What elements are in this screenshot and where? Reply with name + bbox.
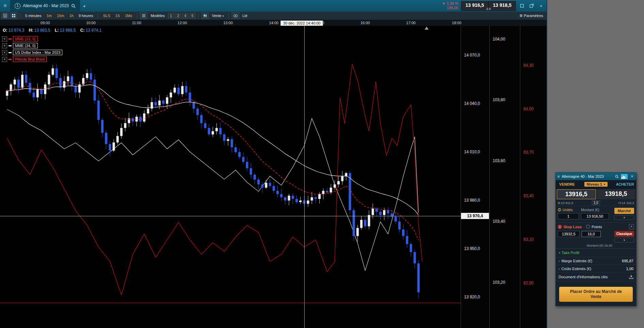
download-icon[interactable]: [629, 275, 633, 279]
instrument-tab[interactable]: 1 Allemagne 40 - Mar 2023: [10, 0, 80, 12]
axis-tick: 82,80: [523, 281, 534, 285]
order-book-icon[interactable]: [1, 12, 9, 19]
session-high: H:14 116,2: [618, 201, 634, 205]
tf-1h-button[interactable]: 1h: [67, 13, 75, 18]
remove-indicator-icon[interactable]: ×: [2, 50, 7, 55]
link-eye-icon[interactable]: [232, 12, 239, 19]
level-dropdown[interactable]: Niveau 1▾: [584, 182, 608, 187]
indicator-color-swatch: [9, 45, 12, 46]
axis-tick: 104,00: [493, 37, 505, 42]
maximize-icon[interactable]: [519, 3, 525, 9]
remove-stop-loss-icon[interactable]: ×: [629, 224, 634, 229]
popout-window-icon[interactable]: [528, 3, 535, 9]
indicator-color-swatch: [9, 38, 12, 40]
legend-chip-mme13: × MME (13, 0): [2, 36, 62, 42]
time-axis-label: 16:00: [358, 21, 372, 25]
lie-button[interactable]: Lié: [240, 13, 249, 18]
price-axis-usd-index[interactable]: 104,00103,80103,60103,40103,20: [489, 26, 520, 328]
price-change-pct: ▼ 1,34 %: [442, 1, 458, 6]
axis-tick: 13 980,0: [464, 198, 480, 203]
search-icon[interactable]: [71, 4, 76, 8]
tf-1m-button[interactable]: 1m: [45, 13, 54, 18]
axis-tick: 83,70: [523, 150, 534, 155]
layout-grid-icon[interactable]: [10, 12, 17, 19]
ohlc-high: 13 983,5: [34, 28, 50, 33]
templates-icon[interactable]: [140, 12, 148, 19]
add-tab-button[interactable]: +: [80, 3, 89, 9]
price-display-icon[interactable]: [201, 12, 209, 19]
axis-tick: 13 950,0: [464, 246, 480, 251]
quantity-input[interactable]: [558, 213, 579, 219]
remove-indicator-icon[interactable]: ×: [2, 43, 7, 48]
amount-input[interactable]: [581, 213, 609, 219]
order-type-marche-button[interactable]: Marché: [614, 208, 634, 214]
chart-window: ≡ 1 Allemagne 40 - Mar 2023 + ▼ 1,34 % 1…: [0, 0, 547, 328]
sell-price-button[interactable]: 13 916,5: [461, 1, 489, 11]
stop-points-input[interactable]: [582, 231, 601, 237]
close-icon[interactable]: ×: [538, 3, 545, 9]
templates-dropdown[interactable]: Modèles: [149, 13, 167, 18]
order-ticket-panel: ≡ Allemagne 40 - Mar 2023 × VENDRE Nivea…: [555, 172, 637, 306]
layout-4-button[interactable]: 4: [182, 13, 188, 18]
ohlc-low: 13 968,5: [60, 28, 76, 33]
axis-tick: 84,30: [523, 63, 534, 68]
axis-tick: 83,40: [523, 193, 534, 198]
range-dropdown[interactable]: 9 heures: [77, 13, 95, 18]
add-take-profit-button[interactable]: + Take Profit: [556, 249, 636, 257]
layout-1-button[interactable]: 1: [168, 13, 174, 18]
units-toggle[interactable]: Unités: [558, 208, 579, 212]
time-axis-label: 13:00: [221, 21, 235, 25]
open-chart-icon[interactable]: [621, 174, 628, 179]
price-chart[interactable]: [0, 26, 461, 328]
axis-tick: 14 070,0: [464, 53, 480, 58]
kid-document-row[interactable]: Document d'Informations clés: [556, 273, 636, 281]
points-radio[interactable]: [586, 225, 590, 229]
order-type-dropdown[interactable]: ▾: [614, 215, 634, 220]
vente-dropdown[interactable]: Vente▾: [210, 13, 226, 18]
range-1mo-button[interactable]: 1Mo: [123, 13, 134, 18]
range-sls-button[interactable]: SLS: [101, 13, 112, 18]
costs-row[interactable]: ›Coûts Estimés (€) 1,00: [556, 265, 636, 273]
search-icon[interactable]: [615, 175, 619, 178]
place-order-button[interactable]: Placer Ordre au Marché de Vente: [559, 287, 633, 302]
range-1s-button[interactable]: 1S: [113, 13, 122, 18]
top-bar: ≡ 1 Allemagne 40 - Mar 2023 + ▼ 1,34 % 1…: [0, 0, 547, 12]
layout-5-button[interactable]: 5: [189, 13, 196, 18]
stop-level-input[interactable]: [558, 231, 580, 237]
order-panel-titlebar: ≡ Allemagne 40 - Mar 2023 ×: [556, 173, 636, 180]
ohlc-open: 13 974,3: [9, 28, 25, 33]
remove-indicator-icon[interactable]: ×: [2, 57, 7, 62]
indicator-legend: × MME (13, 0) × MME (34, 0) × US Dollar …: [2, 36, 62, 62]
menu-icon[interactable]: ≡: [557, 174, 559, 178]
chevron-right-icon: ›: [558, 259, 560, 263]
buy-price-button[interactable]: 13 918,5: [489, 1, 516, 11]
indicator-color-swatch: [9, 59, 12, 60]
price-change: ▼ 1,34 % 189,05: [442, 1, 458, 10]
parametres-button[interactable]: ⚙ Paramètres: [517, 13, 545, 18]
time-axis-label: 14:00: [267, 21, 280, 25]
current-price-line: [0, 303, 461, 303]
tf-15m-button[interactable]: 15m: [55, 13, 66, 18]
amount-toggle[interactable]: Montant (€): [581, 208, 609, 212]
tab-acheter[interactable]: ACHETER: [614, 182, 636, 186]
axis-tick: 103,40: [493, 219, 505, 224]
sell-price-button[interactable]: 13916,5: [557, 189, 596, 199]
close-icon[interactable]: ×: [630, 174, 634, 179]
stop-loss-label: Stop Loss: [564, 225, 582, 229]
stop-type-dropdown[interactable]: ▾: [614, 238, 634, 243]
remove-indicator-icon[interactable]: ×: [2, 36, 7, 42]
buy-price-button[interactable]: 13918,5: [597, 189, 635, 199]
stop-type-classique-button[interactable]: Classique: [614, 231, 634, 237]
spread-value: 2,0: [592, 201, 600, 205]
ohlc-close: 13 974,1: [86, 28, 102, 33]
price-axis-brent[interactable]: 84,3084,0083,7083,4083,1082,80: [520, 26, 546, 328]
instrument-number-icon: 1: [15, 3, 20, 9]
axis-tick: 14 010,0: [464, 150, 480, 154]
timeframe-dropdown[interactable]: 5 minutes: [23, 13, 44, 18]
margin-row[interactable]: ›Marge Estimée (€) 695,87: [556, 257, 636, 265]
tab-vendre[interactable]: VENDRE: [556, 182, 578, 186]
scroll-marker-icon[interactable]: [425, 27, 429, 30]
layout-2-button[interactable]: 2: [175, 13, 181, 18]
price-axis-dax[interactable]: 14 070,014 040,014 010,013 980,013 950,0…: [461, 26, 490, 328]
menu-icon[interactable]: ≡: [0, 3, 10, 9]
